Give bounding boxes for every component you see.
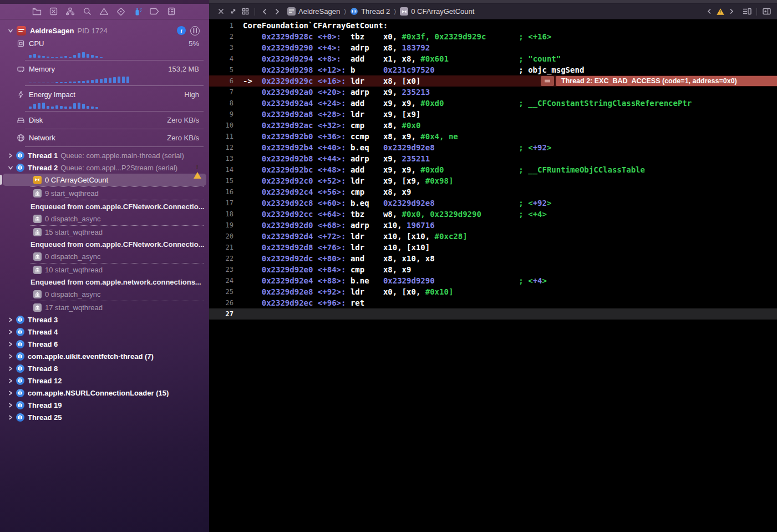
gauges-toggle-icon[interactable]	[190, 26, 200, 36]
code-line[interactable]: 10 0x2329d92ac <+32>: cmp x8, #0x0	[209, 120, 777, 131]
code-line[interactable]: 20 0x2329d92d4 <+72>: ldr x10, [x10, #0x…	[209, 231, 777, 242]
thread-row[interactable]: Thread 25	[0, 411, 209, 423]
code-line[interactable]: 7 0x2329d92a0 <+20>: adrp x9, 235213	[209, 87, 777, 98]
line-number[interactable]: 23	[209, 264, 233, 275]
disclosure-chevron-icon[interactable]	[7, 414, 14, 420]
editor-grid-icon[interactable]	[239, 6, 251, 17]
code-line[interactable]: 5 0x2329d9298 <+12>: b 0x231c97520 ; obj…	[209, 64, 777, 75]
code-line[interactable]: 2 0x2329d928c <+0>: tbz x0, #0x3f, 0x232…	[209, 31, 777, 42]
line-number[interactable]: 18	[209, 209, 233, 220]
process-row[interactable]: AeldreSagen PID 1724 i	[0, 24, 209, 37]
line-number[interactable]: 2	[209, 31, 233, 42]
line-number[interactable]: 4	[209, 53, 233, 64]
code-line[interactable]: 3 0x2329d9290 <+4>: adrp x8, 183792	[209, 42, 777, 53]
line-number[interactable]: 15	[209, 175, 233, 186]
code-line[interactable]: 15 0x2329d92c0 <+52>: ldr x9, [x9, #0x98…	[209, 175, 777, 186]
thread-row[interactable]: Thread 4	[0, 326, 209, 338]
gauge-disk[interactable]: Disk Zero KB/s	[0, 114, 209, 129]
back-icon[interactable]	[258, 6, 271, 17]
project-navigator-icon[interactable]	[31, 6, 42, 17]
thread-row[interactable]: Thread 6	[0, 338, 209, 350]
stack-frame-row[interactable]: 15 start_wqthread	[0, 226, 209, 238]
breadcrumb-thread[interactable]: Thread 2	[350, 7, 390, 16]
code-line[interactable]: 21 0x2329d92d8 <+76>: ldr x10, [x10]	[209, 242, 777, 253]
code-line[interactable]: 18 0x2329d92cc <+64>: tbz w8, #0x0, 0x23…	[209, 209, 777, 220]
breadcrumb-frame[interactable]: 0 CFArrayGetCount	[400, 7, 474, 16]
line-number[interactable]: 21	[209, 242, 233, 253]
code-line[interactable]: 23 0x2329d92e0 <+84>: cmp x8, x9	[209, 264, 777, 275]
stack-frame-row[interactable]: 10 start_wqthread	[0, 264, 209, 276]
code-line[interactable]: 25 0x2329d92e8 <+92>: ldr x0, [x0, #0x10…	[209, 286, 777, 297]
stack-frame-row[interactable]: 9 start_wqthread	[0, 187, 209, 199]
stack-frame-row[interactable]: 0 dispatch_async	[0, 212, 209, 225]
debug-navigator-icon[interactable]	[132, 6, 143, 17]
disclosure-chevron-icon[interactable]	[7, 353, 14, 359]
code-line[interactable]: 9 0x2329d92a8 <+28>: ldr x9, [x9]	[209, 109, 777, 120]
enqueued-from-row[interactable]: Enqueued from com.apple.CFNetwork.Connec…	[0, 200, 209, 212]
line-number[interactable]: 13	[209, 153, 233, 164]
line-number[interactable]: 27	[209, 308, 233, 320]
add-editor-icon[interactable]	[760, 6, 773, 17]
thread-row[interactable]: Thread 2Queue: com.appl...P2Stream (seri…	[0, 161, 209, 174]
line-number[interactable]: 3	[209, 42, 233, 53]
test-navigator-icon[interactable]	[115, 6, 126, 17]
line-number[interactable]: 1	[209, 20, 233, 31]
disclosure-chevron-icon[interactable]	[7, 329, 14, 335]
code-line[interactable]: 8 0x2329d92a4 <+24>: add x9, x9, #0xd0 ;…	[209, 98, 777, 109]
info-icon[interactable]: i	[177, 26, 186, 35]
line-number[interactable]: 10	[209, 120, 233, 131]
code-line[interactable]: 14 0x2329d92bc <+48>: add x9, x9, #0xd0 …	[209, 164, 777, 175]
disclosure-chevron-icon[interactable]	[7, 341, 14, 347]
crash-instruction-line[interactable]: 6-> 0x2329d929c <+16>: ldr x8, [x0]Threa…	[209, 75, 777, 87]
line-number[interactable]: 22	[209, 253, 233, 264]
report-navigator-icon[interactable]	[166, 6, 177, 17]
breadcrumb-process[interactable]: AeldreSagen	[287, 7, 340, 16]
gauge-memory[interactable]: Memory 153,2 MB	[0, 63, 209, 86]
stack-frame-row[interactable]: 0 dispatch_async	[0, 288, 209, 300]
enqueued-from-row[interactable]: Enqueued from com.apple.network.connecti…	[0, 276, 209, 288]
enqueued-from-row[interactable]: Enqueued from com.apple.CFNetwork.Connec…	[0, 238, 209, 250]
line-number[interactable]: 7	[209, 87, 233, 98]
code-line[interactable]: 24 0x2329d92e4 <+88>: b.ne 0x2329d9290 ;…	[209, 275, 777, 286]
line-number[interactable]: 14	[209, 164, 233, 175]
issue-warning-icon[interactable]	[715, 6, 725, 17]
code-line[interactable]: 16 0x2329d92c4 <+56>: cmp x8, x9	[209, 186, 777, 197]
disclosure-chevron-icon[interactable]	[7, 402, 14, 408]
forward-icon[interactable]	[271, 6, 283, 17]
code-line[interactable]: 22 0x2329d92dc <+80>: and x8, x10, x8	[209, 253, 777, 264]
expand-editor-icon[interactable]	[227, 6, 239, 17]
code-line[interactable]: 1CoreFoundation`CFArrayGetCount:	[209, 20, 777, 31]
gauge-cpu[interactable]: CPU 5%	[0, 37, 209, 60]
stack-frame-row[interactable]: 0 CFArrayGetCount	[0, 174, 209, 186]
line-number[interactable]: 19	[209, 220, 233, 231]
code-line[interactable]: 19 0x2329d92d0 <+68>: adrp x10, 196716	[209, 220, 777, 231]
line-number[interactable]: 8	[209, 98, 233, 109]
adjust-editor-options-icon[interactable]	[741, 6, 753, 17]
line-number[interactable]: 6	[209, 75, 233, 87]
code-line[interactable]: 26 0x2329d92ec <+96>: ret	[209, 297, 777, 308]
disclosure-chevron-icon[interactable]	[7, 390, 14, 396]
thread-row[interactable]: Thread 19	[0, 399, 209, 411]
exception-annotation[interactable]: Thread 2: EXC_BAD_ACCESS (code=1, addres…	[541, 76, 777, 86]
issue-navigator-icon[interactable]	[99, 6, 110, 17]
code-line[interactable]: 12 0x2329d92b4 <+40>: b.eq 0x2329d92e8 ;…	[209, 142, 777, 153]
code-line[interactable]: 13 0x2329d92b8 <+44>: adrp x9, 235211	[209, 153, 777, 164]
source-control-icon[interactable]	[48, 6, 59, 17]
line-number[interactable]: 11	[209, 131, 233, 142]
line-number[interactable]: 17	[209, 197, 233, 209]
gauge-energy[interactable]: Energy Impact High	[0, 88, 209, 112]
line-number[interactable]: 25	[209, 286, 233, 297]
symbol-navigator-icon[interactable]	[65, 6, 76, 17]
thread-row[interactable]: Thread 1Queue: com.apple.main-thread (se…	[0, 149, 209, 161]
line-number[interactable]: 24	[209, 275, 233, 286]
thread-row[interactable]: com.apple.uikit.eventfetch-thread (7)	[0, 350, 209, 362]
line-number[interactable]: 20	[209, 231, 233, 242]
thread-row[interactable]: Thread 3	[0, 313, 209, 326]
annotation-disclosure-icon[interactable]	[541, 76, 554, 86]
gauge-network[interactable]: Network Zero KB/s	[0, 131, 209, 147]
line-number[interactable]: 26	[209, 297, 233, 308]
line-number[interactable]: 5	[209, 64, 233, 75]
line-number[interactable]: 9	[209, 109, 233, 120]
stack-frame-row[interactable]: 17 start_wqthread	[0, 301, 209, 313]
thread-row[interactable]: Thread 8	[0, 362, 209, 374]
